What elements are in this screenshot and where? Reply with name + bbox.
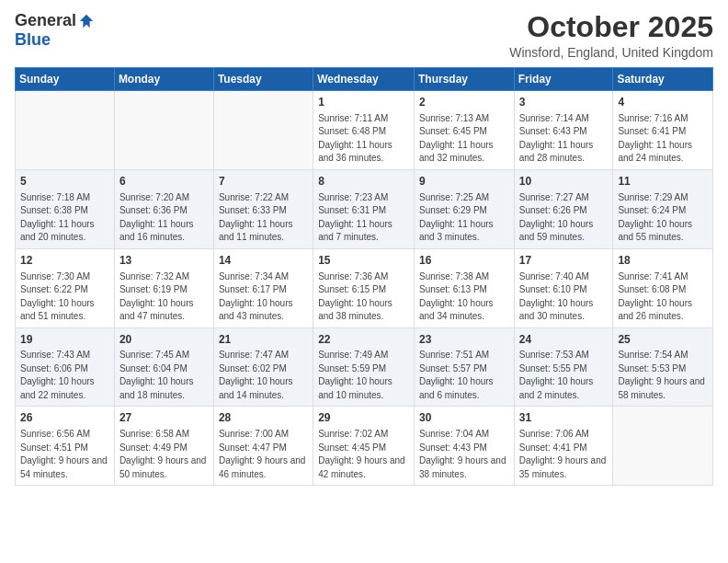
day-cell: 15Sunrise: 7:36 AM Sunset: 6:15 PM Dayli… <box>313 248 415 327</box>
header-saturday: Saturday <box>613 68 713 91</box>
day-info: Sunrise: 7:51 AM Sunset: 5:57 PM Dayligh… <box>419 349 509 402</box>
day-number: 1 <box>318 95 409 110</box>
day-number: 26 <box>20 410 109 426</box>
day-info: Sunrise: 7:16 AM Sunset: 6:41 PM Dayligh… <box>618 112 708 166</box>
day-info: Sunrise: 7:02 AM Sunset: 4:45 PM Dayligh… <box>318 428 409 481</box>
day-info: Sunrise: 7:30 AM Sunset: 6:22 PM Dayligh… <box>20 270 109 324</box>
day-info: Sunrise: 7:43 AM Sunset: 6:06 PM Dayligh… <box>20 349 109 402</box>
day-number: 10 <box>519 174 609 190</box>
day-number: 30 <box>419 410 509 426</box>
day-number: 19 <box>20 332 109 348</box>
day-cell: 9Sunrise: 7:25 AM Sunset: 6:29 PM Daylig… <box>414 169 514 248</box>
day-info: Sunrise: 7:29 AM Sunset: 6:24 PM Dayligh… <box>618 191 708 245</box>
day-info: Sunrise: 7:41 AM Sunset: 6:08 PM Dayligh… <box>618 270 708 324</box>
day-cell: 28Sunrise: 7:00 AM Sunset: 4:47 PM Dayli… <box>213 407 313 486</box>
logo-blue-text: Blue <box>15 30 51 50</box>
day-cell: 20Sunrise: 7:45 AM Sunset: 6:04 PM Dayli… <box>114 327 213 407</box>
day-info: Sunrise: 7:38 AM Sunset: 6:13 PM Dayligh… <box>419 270 509 324</box>
header-tuesday: Tuesday <box>213 68 313 91</box>
day-info: Sunrise: 6:58 AM Sunset: 4:49 PM Dayligh… <box>119 428 209 481</box>
day-cell: 7Sunrise: 7:22 AM Sunset: 6:33 PM Daylig… <box>213 169 313 248</box>
day-cell: 27Sunrise: 6:58 AM Sunset: 4:49 PM Dayli… <box>114 407 213 486</box>
day-number: 15 <box>318 253 409 269</box>
location: Winsford, England, United Kingdom <box>509 45 713 60</box>
day-cell: 31Sunrise: 7:06 AM Sunset: 4:41 PM Dayli… <box>514 407 613 486</box>
page: General Blue October 2025 Winsford, Engl… <box>0 0 728 563</box>
week-row-5: 26Sunrise: 6:56 AM Sunset: 4:51 PM Dayli… <box>16 407 713 486</box>
day-cell: 11Sunrise: 7:29 AM Sunset: 6:24 PM Dayli… <box>613 169 713 248</box>
day-number: 27 <box>119 410 209 426</box>
day-info: Sunrise: 7:23 AM Sunset: 6:31 PM Dayligh… <box>318 191 409 245</box>
day-cell: 29Sunrise: 7:02 AM Sunset: 4:45 PM Dayli… <box>313 407 415 486</box>
calendar: Sunday Monday Tuesday Wednesday Thursday… <box>15 67 713 486</box>
day-info: Sunrise: 7:36 AM Sunset: 6:15 PM Dayligh… <box>318 270 409 324</box>
day-info: Sunrise: 7:22 AM Sunset: 6:33 PM Dayligh… <box>219 191 308 245</box>
day-number: 9 <box>419 174 509 190</box>
day-info: Sunrise: 7:47 AM Sunset: 6:02 PM Dayligh… <box>219 349 308 402</box>
day-cell: 14Sunrise: 7:34 AM Sunset: 6:17 PM Dayli… <box>213 248 313 327</box>
day-number: 8 <box>318 174 409 190</box>
day-cell: 3Sunrise: 7:14 AM Sunset: 6:43 PM Daylig… <box>514 91 613 170</box>
day-info: Sunrise: 7:54 AM Sunset: 5:53 PM Dayligh… <box>618 349 708 402</box>
day-cell: 24Sunrise: 7:53 AM Sunset: 5:55 PM Dayli… <box>514 327 613 407</box>
day-number: 11 <box>618 174 708 190</box>
header-wednesday: Wednesday <box>313 68 415 91</box>
day-cell: 30Sunrise: 7:04 AM Sunset: 4:43 PM Dayli… <box>414 407 514 486</box>
day-number: 6 <box>119 174 209 190</box>
day-number: 7 <box>219 174 308 190</box>
day-number: 3 <box>519 95 609 110</box>
day-info: Sunrise: 7:49 AM Sunset: 5:59 PM Dayligh… <box>318 349 409 402</box>
day-cell: 25Sunrise: 7:54 AM Sunset: 5:53 PM Dayli… <box>613 327 713 407</box>
day-info: Sunrise: 7:53 AM Sunset: 5:55 PM Dayligh… <box>519 349 609 402</box>
day-cell <box>613 407 713 486</box>
day-info: Sunrise: 6:56 AM Sunset: 4:51 PM Dayligh… <box>20 428 109 481</box>
day-cell: 2Sunrise: 7:13 AM Sunset: 6:45 PM Daylig… <box>414 91 514 170</box>
day-number: 28 <box>219 410 308 426</box>
header-monday: Monday <box>114 68 213 91</box>
day-cell: 13Sunrise: 7:32 AM Sunset: 6:19 PM Dayli… <box>114 248 213 327</box>
day-info: Sunrise: 7:32 AM Sunset: 6:19 PM Dayligh… <box>119 270 209 324</box>
day-cell: 12Sunrise: 7:30 AM Sunset: 6:22 PM Dayli… <box>16 248 115 327</box>
day-info: Sunrise: 7:34 AM Sunset: 6:17 PM Dayligh… <box>219 270 308 324</box>
day-number: 18 <box>618 253 708 269</box>
day-info: Sunrise: 7:27 AM Sunset: 6:26 PM Dayligh… <box>519 191 609 245</box>
day-info: Sunrise: 7:45 AM Sunset: 6:04 PM Dayligh… <box>119 349 209 402</box>
day-info: Sunrise: 7:14 AM Sunset: 6:43 PM Dayligh… <box>519 112 609 166</box>
day-cell: 23Sunrise: 7:51 AM Sunset: 5:57 PM Dayli… <box>414 327 514 407</box>
day-info: Sunrise: 7:13 AM Sunset: 6:45 PM Dayligh… <box>419 112 509 166</box>
day-number: 14 <box>219 253 308 269</box>
day-info: Sunrise: 7:25 AM Sunset: 6:29 PM Dayligh… <box>419 191 509 245</box>
day-number: 13 <box>119 253 209 269</box>
day-cell: 18Sunrise: 7:41 AM Sunset: 6:08 PM Dayli… <box>613 248 713 327</box>
day-number: 17 <box>519 253 609 269</box>
day-info: Sunrise: 7:40 AM Sunset: 6:10 PM Dayligh… <box>519 270 609 324</box>
header-friday: Friday <box>514 68 613 91</box>
day-cell: 6Sunrise: 7:20 AM Sunset: 6:36 PM Daylig… <box>114 169 213 248</box>
day-cell: 22Sunrise: 7:49 AM Sunset: 5:59 PM Dayli… <box>313 327 415 407</box>
day-number: 31 <box>519 410 609 426</box>
header-sunday: Sunday <box>16 68 115 91</box>
day-number: 21 <box>219 332 308 348</box>
day-number: 2 <box>419 95 509 110</box>
day-number: 22 <box>318 332 409 348</box>
day-info: Sunrise: 7:11 AM Sunset: 6:48 PM Dayligh… <box>318 112 409 166</box>
week-row-3: 12Sunrise: 7:30 AM Sunset: 6:22 PM Dayli… <box>16 248 713 327</box>
svg-marker-0 <box>80 14 93 27</box>
day-cell <box>213 91 313 170</box>
week-row-2: 5Sunrise: 7:18 AM Sunset: 6:38 PM Daylig… <box>16 169 713 248</box>
day-info: Sunrise: 7:06 AM Sunset: 4:41 PM Dayligh… <box>519 428 609 481</box>
day-number: 20 <box>119 332 209 348</box>
day-cell: 26Sunrise: 6:56 AM Sunset: 4:51 PM Dayli… <box>16 407 115 486</box>
day-info: Sunrise: 7:00 AM Sunset: 4:47 PM Dayligh… <box>219 428 308 481</box>
day-info: Sunrise: 7:20 AM Sunset: 6:36 PM Dayligh… <box>119 191 209 245</box>
day-cell: 17Sunrise: 7:40 AM Sunset: 6:10 PM Dayli… <box>514 248 613 327</box>
day-number: 12 <box>20 253 109 269</box>
day-info: Sunrise: 7:18 AM Sunset: 6:38 PM Dayligh… <box>20 191 109 245</box>
day-cell: 21Sunrise: 7:47 AM Sunset: 6:02 PM Dayli… <box>213 327 313 407</box>
day-cell: 10Sunrise: 7:27 AM Sunset: 6:26 PM Dayli… <box>514 169 613 248</box>
header-thursday: Thursday <box>414 68 514 91</box>
logo-general-text: General <box>15 11 76 30</box>
title-section: October 2025 Winsford, England, United K… <box>509 11 713 60</box>
day-cell: 5Sunrise: 7:18 AM Sunset: 6:38 PM Daylig… <box>16 169 115 248</box>
day-cell: 16Sunrise: 7:38 AM Sunset: 6:13 PM Dayli… <box>414 248 514 327</box>
